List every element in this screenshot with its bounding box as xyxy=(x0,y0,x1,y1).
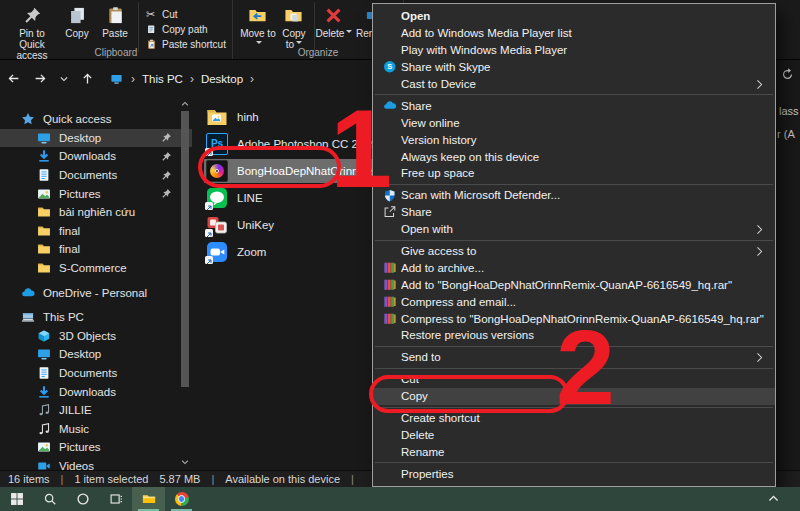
delete-icon xyxy=(324,6,343,25)
menu-item-share-with-skype[interactable]: SShare with Skype xyxy=(373,59,775,76)
copy-path-button[interactable]: Copy path xyxy=(146,22,226,37)
paste-button[interactable]: Paste xyxy=(96,2,134,39)
sidebar-item-pictures[interactable]: Pictures xyxy=(0,184,192,203)
sidebar-item-desktop[interactable]: Desktop xyxy=(0,129,192,148)
sidebar-item-this-pc[interactable]: This PC xyxy=(0,308,192,327)
menu-item-share[interactable]: Share xyxy=(373,204,775,221)
menu-item-cast-to-device[interactable]: Cast to Device xyxy=(373,76,775,93)
sidebar-item-desktop[interactable]: Desktop xyxy=(0,345,192,364)
sidebar-item-pictures[interactable]: Pictures xyxy=(0,438,192,457)
sidebar-item-videos[interactable]: Videos xyxy=(0,457,192,470)
back-button[interactable] xyxy=(0,67,27,91)
copy-to-button[interactable]: Copy to xyxy=(277,2,315,50)
menu-item-properties[interactable]: Properties xyxy=(373,465,775,482)
folder-image-icon xyxy=(206,106,228,128)
cut-button[interactable]: ✂ Cut xyxy=(146,7,226,22)
sidebar-item-quick-access[interactable]: Quick access xyxy=(0,110,192,129)
copy-button[interactable]: Copy xyxy=(58,2,96,39)
menu-item-share[interactable]: Share xyxy=(373,97,775,114)
taskbar-windows-button[interactable] xyxy=(0,487,33,511)
breadcrumb-desktop[interactable]: Desktop xyxy=(201,73,243,85)
sidebar-item-downloads[interactable]: Downloads xyxy=(0,147,192,166)
sidebar-item-documents[interactable]: Documents xyxy=(0,166,192,185)
scroll-down-icon[interactable] xyxy=(180,457,190,467)
winrar-icon-slot xyxy=(379,312,401,326)
taskbar-chrome-button[interactable] xyxy=(165,487,198,511)
taskbar-search-button[interactable] xyxy=(33,487,66,511)
sidebar-item-downloads[interactable]: Downloads xyxy=(0,382,192,401)
folder-icon xyxy=(37,242,51,256)
menu-item-view-online[interactable]: View online xyxy=(373,114,775,131)
forward-button[interactable] xyxy=(27,67,54,91)
desktop-icon xyxy=(37,347,51,361)
skype-icon-slot: S xyxy=(379,60,401,74)
sidebar-item-b-i-nghi-n-c-u[interactable]: bài nghiên cứu xyxy=(0,203,192,222)
menu-item-free-up-space[interactable]: Free up space xyxy=(373,165,775,182)
sidebar-item-onedrive-personal[interactable]: OneDrive - Personal xyxy=(0,283,192,302)
menu-item-open[interactable]: Open xyxy=(373,8,775,25)
menu-item-open-with[interactable]: Open with xyxy=(373,221,775,238)
download-arrow-icon xyxy=(37,385,51,399)
skype-icon: S xyxy=(383,60,397,74)
unikey-icon xyxy=(206,214,228,236)
arrow-up-icon xyxy=(81,72,94,85)
menu-item-delete[interactable]: Delete xyxy=(373,426,775,443)
menu-item-scan-with-microsoft-defender[interactable]: Scan with Microsoft Defender... xyxy=(373,187,775,204)
refresh-icon[interactable] xyxy=(781,68,794,81)
winrar-icon-slot xyxy=(379,295,401,309)
scrollbar-thumb[interactable] xyxy=(181,111,189,387)
menu-separator xyxy=(375,240,773,241)
menu-item-always-keep-on-this-device[interactable]: Always keep on this device xyxy=(373,148,775,165)
onedrive-cloud-icon xyxy=(21,286,35,300)
video-icon xyxy=(37,459,51,470)
clipboard-group-label: Clipboard xyxy=(0,47,232,58)
desktop-icon xyxy=(37,131,51,145)
sidebar-item-label: final xyxy=(59,225,80,237)
menu-item-label: Properties xyxy=(401,468,766,480)
menu-item-label: Version history xyxy=(401,134,766,146)
scroll-up-icon[interactable] xyxy=(180,99,190,109)
menu-item-label: View online xyxy=(401,117,766,129)
desktop-location-icon xyxy=(109,73,124,85)
menu-item-add-to-archive[interactable]: Add to archive... xyxy=(373,259,775,276)
move-to-button[interactable]: Move to xyxy=(239,2,277,50)
menu-item-label: Compress and email... xyxy=(401,296,766,308)
sidebar-item-3d-objects[interactable]: 3D Objects xyxy=(0,327,192,346)
menu-item-add-to-windows-media-player-list[interactable]: Add to Windows Media Player list xyxy=(373,25,775,42)
sidebar-item-s-commerce[interactable]: S-Commerce xyxy=(0,259,192,278)
file-name: UniKey xyxy=(237,219,274,231)
tray-chevron-up-icon[interactable] xyxy=(767,492,780,505)
sidebar-item-documents[interactable]: Documents xyxy=(0,364,192,383)
recent-locations-button[interactable] xyxy=(54,67,74,91)
status-divider: | xyxy=(211,473,214,485)
chrome-icon xyxy=(175,492,189,506)
menu-item-rename[interactable]: Rename xyxy=(373,443,775,460)
arrow-left-icon xyxy=(7,72,20,85)
sidebar-scrollbar[interactable] xyxy=(180,97,190,469)
menu-item-play-with-windows-media-player[interactable]: Play with Windows Media Player xyxy=(373,42,775,59)
menu-item-label: Give access to xyxy=(401,245,753,257)
taskbar-cortana-button[interactable] xyxy=(66,487,99,511)
breadcrumb-chevron: › xyxy=(250,73,254,85)
document-icon xyxy=(37,168,51,182)
breadcrumb-this-pc[interactable]: This PC xyxy=(142,73,183,85)
up-button[interactable] xyxy=(74,67,101,91)
sidebar-item-final[interactable]: final xyxy=(0,222,192,241)
taskbar-file-explorer-button[interactable] xyxy=(132,487,165,511)
sidebar-item-final[interactable]: final xyxy=(0,240,192,259)
menu-item-label: Share xyxy=(401,100,766,112)
menu-item-version-history[interactable]: Version history xyxy=(373,131,775,148)
sidebar-item-label: bài nghiên cứu xyxy=(59,206,135,218)
delete-button[interactable]: Delete xyxy=(315,2,353,39)
move-to-icon xyxy=(248,6,267,25)
taskbar-task-view-button[interactable] xyxy=(99,487,132,511)
file-name: hinh xyxy=(237,111,259,123)
pin-icon xyxy=(161,188,172,199)
sidebar-item-music[interactable]: Music xyxy=(0,420,192,439)
menu-item-add-to-bonghoadepnhatorinnremix-quanap-6[interactable]: Add to "BongHoaDepNhatOrinnRemix-QuanAP-… xyxy=(373,276,775,293)
annotation-circle-copy xyxy=(369,375,569,413)
menu-item-give-access-to[interactable]: Give access to xyxy=(373,243,775,260)
delete-label: Delete xyxy=(315,28,352,39)
picture-icon xyxy=(37,187,51,201)
sidebar-item-jillie[interactable]: JILLIE xyxy=(0,401,192,420)
